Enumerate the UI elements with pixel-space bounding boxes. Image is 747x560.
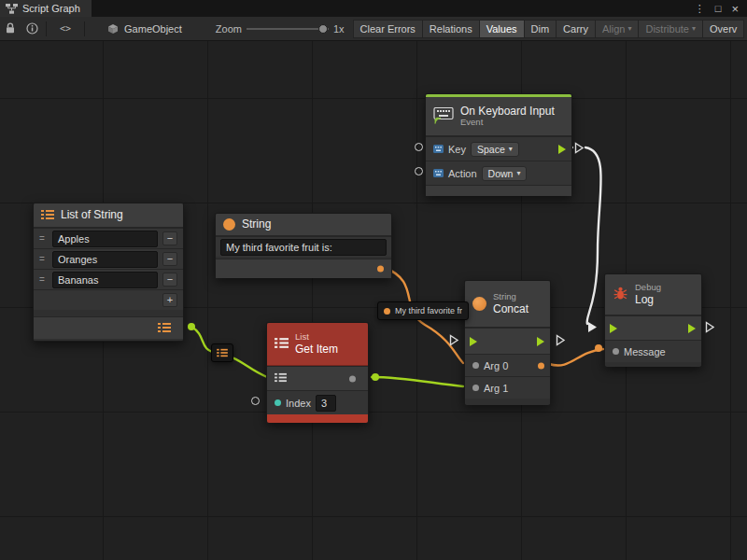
message-input-port[interactable]: [613, 348, 619, 355]
zoom-slider-knob[interactable]: [318, 24, 328, 34]
node-category: Debug: [635, 283, 661, 293]
flow-arrow-outline: [574, 142, 585, 154]
node-footer: [465, 399, 550, 405]
string-value-row: My third favorite fruit is:: [216, 236, 391, 257]
drag-handle-icon[interactable]: =: [39, 254, 48, 264]
list-item-field[interactable]: Oranges: [52, 251, 158, 268]
add-item-button[interactable]: +: [162, 293, 177, 307]
arg1-label: Arg 1: [484, 383, 508, 394]
info-icon[interactable]: [26, 22, 38, 35]
unconnected-port-ring[interactable]: [415, 143, 423, 151]
values-button[interactable]: Values: [479, 20, 525, 38]
node-concat[interactable]: String Concat Arg 0 Arg 1: [464, 280, 551, 405]
caret-down-icon: ▾: [509, 145, 513, 153]
string-value-dot: [384, 308, 390, 315]
node-header[interactable]: String Concat: [465, 281, 550, 328]
action-dropdown[interactable]: Down▾: [482, 166, 528, 181]
align-button[interactable]: Align▾: [595, 20, 639, 38]
list-item-field[interactable]: Bananas: [52, 272, 158, 288]
window-controls: ⋮ □ ×: [695, 0, 747, 17]
flow-in-port[interactable]: [610, 324, 617, 333]
key-dropdown[interactable]: Space▾: [471, 142, 519, 157]
zoom-slider[interactable]: [247, 23, 329, 35]
drag-handle-icon[interactable]: =: [39, 233, 48, 244]
list-icon: [275, 337, 289, 351]
string-output-row: [216, 259, 391, 278]
message-label: Message: [624, 346, 666, 357]
list-output-port[interactable]: [158, 322, 171, 335]
getitem-ports-row: [267, 366, 368, 390]
close-icon[interactable]: ×: [731, 3, 739, 15]
remove-item-button[interactable]: −: [162, 231, 177, 245]
list-icon: [217, 348, 228, 357]
item-output-port[interactable]: [349, 375, 356, 382]
list-item-row: = Bananas −: [34, 269, 183, 289]
node-header[interactable]: On Keyboard Input Event: [426, 97, 571, 136]
wire-endpoint-orange[interactable]: [595, 344, 602, 352]
flow-out-port[interactable]: [537, 337, 544, 346]
distribute-button[interactable]: Distribute▾: [638, 20, 702, 38]
node-list-of-string[interactable]: List of String = Apples − = Oranges − = …: [33, 203, 184, 342]
gameobject-label[interactable]: GameObject: [124, 23, 182, 35]
flow-out-port[interactable]: [688, 324, 696, 333]
index-row: Index 3: [267, 390, 368, 414]
keyboard-icon: [433, 107, 454, 126]
node-header[interactable]: Debug Log: [605, 274, 701, 315]
node-header[interactable]: String: [216, 214, 391, 236]
maximize-icon[interactable]: □: [715, 4, 722, 14]
node-category: String: [493, 292, 529, 302]
string-type-icon: [223, 218, 235, 231]
code-view-icon[interactable]: <>: [60, 23, 71, 34]
caret-down-icon: ▾: [516, 169, 520, 177]
list-item-field[interactable]: Apples: [52, 231, 158, 247]
zoom-value: 1x: [333, 23, 345, 35]
key-row: Key Space▾: [426, 136, 571, 161]
overview-button[interactable]: Overv: [702, 20, 744, 38]
carry-button[interactable]: Carry: [556, 20, 596, 38]
lock-icon[interactable]: [5, 22, 16, 35]
node-string-literal[interactable]: String My third favorite fruit is:: [215, 213, 392, 278]
graph-canvas[interactable]: On Keyboard Input Event Key Space▾ Actio…: [0, 41, 747, 560]
relations-button[interactable]: Relations: [422, 20, 480, 38]
node-title: Concat: [493, 302, 529, 315]
node-footer: [605, 362, 701, 367]
result-output-port[interactable]: [538, 362, 544, 369]
window-menu-icon[interactable]: ⋮: [695, 4, 705, 14]
error-footer: [267, 414, 368, 423]
flow-out-port[interactable]: [558, 145, 566, 154]
list-output-row: [34, 316, 183, 339]
caret-down-icon: ▾: [627, 24, 631, 33]
node-title: Log: [635, 293, 661, 306]
clear-errors-button[interactable]: Clear Errors: [353, 20, 423, 38]
gameobject-icon: [107, 23, 119, 35]
drag-handle-icon[interactable]: =: [39, 274, 48, 285]
toolbar-separator: [46, 21, 47, 36]
node-get-item[interactable]: List Get Item Index 3: [266, 322, 369, 423]
index-input-port[interactable]: [275, 399, 281, 406]
node-header[interactable]: List of String: [34, 203, 183, 228]
node-header[interactable]: List Get Item: [267, 323, 368, 366]
tab-script-graph[interactable]: Script Graph: [0, 0, 92, 17]
index-field[interactable]: 3: [316, 395, 336, 412]
wire-endpoint-green[interactable]: [372, 373, 379, 381]
node-on-keyboard-input[interactable]: On Keyboard Input Event Key Space▾ Actio…: [425, 93, 572, 196]
node-log[interactable]: Debug Log Message: [604, 273, 702, 367]
arg0-input-port[interactable]: [472, 362, 479, 369]
string-output-port[interactable]: [377, 266, 384, 273]
remove-item-button[interactable]: −: [162, 273, 177, 287]
unconnected-port-ring[interactable]: [251, 397, 260, 405]
flow-in-port[interactable]: [470, 337, 477, 346]
remove-item-button[interactable]: −: [162, 252, 177, 266]
wire-concat-to-log: [549, 349, 603, 365]
string-value-field[interactable]: My third favorite fruit is:: [220, 239, 387, 256]
distribute-label: Distribute: [645, 23, 688, 35]
tab-title: Script Graph: [22, 3, 80, 14]
list-item-row: = Oranges −: [34, 248, 183, 269]
list-input-port[interactable]: [275, 372, 287, 385]
unconnected-port-ring[interactable]: [415, 167, 423, 175]
arg1-input-port[interactable]: [472, 385, 479, 391]
node-title: Get Item: [295, 343, 338, 356]
wire-endpoint-green[interactable]: [188, 323, 195, 330]
dim-button[interactable]: Dim: [524, 20, 557, 38]
graph-toolbar: <> GameObject Zoom 1x Clear Errors Relat…: [0, 17, 747, 41]
